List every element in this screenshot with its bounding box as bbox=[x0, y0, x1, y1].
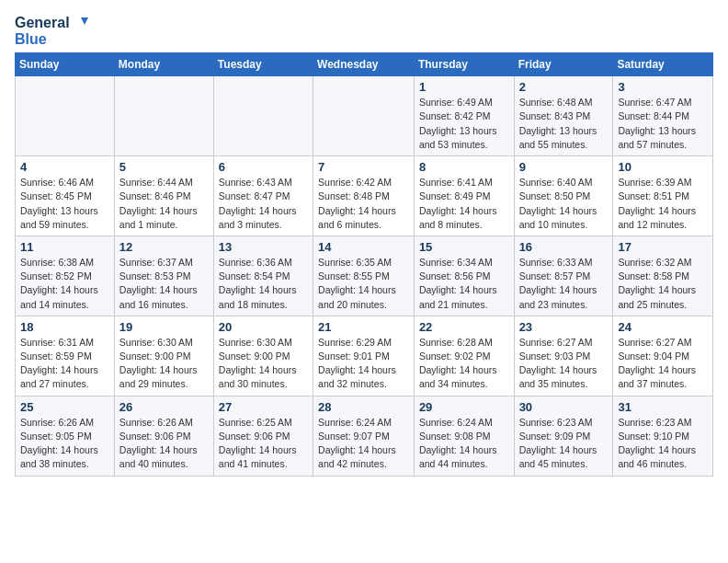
day-number: 31 bbox=[618, 400, 708, 414]
calendar-cell bbox=[213, 76, 313, 156]
day-number: 10 bbox=[618, 160, 708, 174]
day-number: 22 bbox=[419, 320, 509, 334]
svg-marker-0 bbox=[81, 17, 88, 25]
day-header-wednesday: Wednesday bbox=[313, 53, 415, 76]
week-row-2: 4Sunrise: 6:46 AM Sunset: 8:45 PM Daylig… bbox=[16, 156, 713, 236]
calendar-cell: 3Sunrise: 6:47 AM Sunset: 8:44 PM Daylig… bbox=[613, 76, 713, 156]
day-info: Sunrise: 6:48 AM Sunset: 8:43 PM Dayligh… bbox=[519, 96, 609, 152]
calendar-cell: 10Sunrise: 6:39 AM Sunset: 8:51 PM Dayli… bbox=[613, 156, 713, 236]
logo-blue: Blue bbox=[15, 31, 88, 48]
calendar-cell: 6Sunrise: 6:43 AM Sunset: 8:47 PM Daylig… bbox=[213, 156, 313, 236]
day-number: 27 bbox=[219, 400, 308, 414]
day-info: Sunrise: 6:44 AM Sunset: 8:46 PM Dayligh… bbox=[119, 176, 209, 232]
day-number: 26 bbox=[119, 400, 209, 414]
calendar-cell bbox=[16, 76, 115, 156]
calendar-cell: 23Sunrise: 6:27 AM Sunset: 9:03 PM Dayli… bbox=[514, 316, 613, 396]
day-number: 9 bbox=[519, 160, 609, 174]
day-info: Sunrise: 6:38 AM Sunset: 8:52 PM Dayligh… bbox=[20, 256, 109, 312]
day-number: 5 bbox=[119, 160, 209, 174]
day-info: Sunrise: 6:25 AM Sunset: 9:06 PM Dayligh… bbox=[219, 416, 308, 472]
calendar-cell: 11Sunrise: 6:38 AM Sunset: 8:52 PM Dayli… bbox=[16, 236, 115, 316]
day-info: Sunrise: 6:27 AM Sunset: 9:04 PM Dayligh… bbox=[618, 336, 708, 392]
week-row-5: 25Sunrise: 6:26 AM Sunset: 9:05 PM Dayli… bbox=[16, 396, 713, 476]
day-number: 1 bbox=[419, 80, 509, 94]
day-info: Sunrise: 6:30 AM Sunset: 9:00 PM Dayligh… bbox=[219, 336, 308, 392]
day-number: 16 bbox=[519, 240, 609, 254]
calendar-cell: 21Sunrise: 6:29 AM Sunset: 9:01 PM Dayli… bbox=[313, 316, 415, 396]
logo-bird-icon bbox=[72, 16, 88, 30]
calendar-cell: 17Sunrise: 6:32 AM Sunset: 8:58 PM Dayli… bbox=[613, 236, 713, 316]
day-number: 24 bbox=[618, 320, 708, 334]
calendar-cell: 27Sunrise: 6:25 AM Sunset: 9:06 PM Dayli… bbox=[213, 396, 313, 476]
calendar-cell: 7Sunrise: 6:42 AM Sunset: 8:48 PM Daylig… bbox=[313, 156, 415, 236]
logo-general: General bbox=[15, 15, 70, 31]
calendar-cell: 25Sunrise: 6:26 AM Sunset: 9:05 PM Dayli… bbox=[16, 396, 115, 476]
calendar-cell: 18Sunrise: 6:31 AM Sunset: 8:59 PM Dayli… bbox=[16, 316, 115, 396]
week-row-3: 11Sunrise: 6:38 AM Sunset: 8:52 PM Dayli… bbox=[16, 236, 713, 316]
day-number: 6 bbox=[219, 160, 308, 174]
day-info: Sunrise: 6:35 AM Sunset: 8:55 PM Dayligh… bbox=[318, 256, 409, 312]
day-info: Sunrise: 6:33 AM Sunset: 8:57 PM Dayligh… bbox=[519, 256, 609, 312]
day-number: 13 bbox=[219, 240, 308, 254]
day-info: Sunrise: 6:26 AM Sunset: 9:05 PM Dayligh… bbox=[20, 416, 109, 472]
logo: General Blue bbox=[15, 15, 88, 47]
day-info: Sunrise: 6:31 AM Sunset: 8:59 PM Dayligh… bbox=[20, 336, 109, 392]
day-info: Sunrise: 6:40 AM Sunset: 8:50 PM Dayligh… bbox=[519, 176, 609, 232]
day-info: Sunrise: 6:24 AM Sunset: 9:08 PM Dayligh… bbox=[419, 416, 509, 472]
calendar-cell: 8Sunrise: 6:41 AM Sunset: 8:49 PM Daylig… bbox=[414, 156, 514, 236]
week-row-1: 1Sunrise: 6:49 AM Sunset: 8:42 PM Daylig… bbox=[16, 76, 713, 156]
day-number: 29 bbox=[419, 400, 509, 414]
day-number: 23 bbox=[519, 320, 609, 334]
calendar-cell: 13Sunrise: 6:36 AM Sunset: 8:54 PM Dayli… bbox=[213, 236, 313, 316]
day-number: 4 bbox=[20, 160, 109, 174]
day-number: 14 bbox=[318, 240, 409, 254]
day-number: 18 bbox=[20, 320, 109, 334]
day-number: 3 bbox=[618, 80, 708, 94]
logo-text: General Blue bbox=[15, 15, 88, 47]
day-info: Sunrise: 6:23 AM Sunset: 9:10 PM Dayligh… bbox=[618, 416, 708, 472]
day-number: 20 bbox=[219, 320, 308, 334]
calendar-cell: 30Sunrise: 6:23 AM Sunset: 9:09 PM Dayli… bbox=[514, 396, 613, 476]
day-info: Sunrise: 6:34 AM Sunset: 8:56 PM Dayligh… bbox=[419, 256, 509, 312]
day-header-tuesday: Tuesday bbox=[213, 53, 313, 76]
day-info: Sunrise: 6:36 AM Sunset: 8:54 PM Dayligh… bbox=[219, 256, 308, 312]
calendar-cell: 14Sunrise: 6:35 AM Sunset: 8:55 PM Dayli… bbox=[313, 236, 415, 316]
day-number: 30 bbox=[519, 400, 609, 414]
day-info: Sunrise: 6:26 AM Sunset: 9:06 PM Dayligh… bbox=[119, 416, 209, 472]
day-info: Sunrise: 6:29 AM Sunset: 9:01 PM Dayligh… bbox=[318, 336, 409, 392]
day-header-thursday: Thursday bbox=[414, 53, 514, 76]
calendar-cell: 2Sunrise: 6:48 AM Sunset: 8:43 PM Daylig… bbox=[514, 76, 613, 156]
calendar-cell: 19Sunrise: 6:30 AM Sunset: 9:00 PM Dayli… bbox=[114, 316, 213, 396]
day-number: 15 bbox=[419, 240, 509, 254]
day-info: Sunrise: 6:41 AM Sunset: 8:49 PM Dayligh… bbox=[419, 176, 509, 232]
day-number: 19 bbox=[119, 320, 209, 334]
calendar-cell: 28Sunrise: 6:24 AM Sunset: 9:07 PM Dayli… bbox=[313, 396, 415, 476]
day-number: 7 bbox=[318, 160, 409, 174]
day-header-monday: Monday bbox=[114, 53, 213, 76]
calendar-cell: 22Sunrise: 6:28 AM Sunset: 9:02 PM Dayli… bbox=[414, 316, 514, 396]
day-number: 25 bbox=[20, 400, 109, 414]
day-header-sunday: Sunday bbox=[16, 53, 115, 76]
week-row-4: 18Sunrise: 6:31 AM Sunset: 8:59 PM Dayli… bbox=[16, 316, 713, 396]
calendar-cell: 15Sunrise: 6:34 AM Sunset: 8:56 PM Dayli… bbox=[414, 236, 514, 316]
day-info: Sunrise: 6:27 AM Sunset: 9:03 PM Dayligh… bbox=[519, 336, 609, 392]
day-info: Sunrise: 6:39 AM Sunset: 8:51 PM Dayligh… bbox=[618, 176, 708, 232]
day-number: 21 bbox=[318, 320, 409, 334]
header-row: SundayMondayTuesdayWednesdayThursdayFrid… bbox=[16, 53, 713, 76]
day-number: 2 bbox=[519, 80, 609, 94]
page-header: General Blue bbox=[15, 15, 713, 47]
day-info: Sunrise: 6:24 AM Sunset: 9:07 PM Dayligh… bbox=[318, 416, 409, 472]
day-number: 8 bbox=[419, 160, 509, 174]
day-number: 28 bbox=[318, 400, 409, 414]
day-info: Sunrise: 6:49 AM Sunset: 8:42 PM Dayligh… bbox=[419, 96, 509, 152]
day-info: Sunrise: 6:32 AM Sunset: 8:58 PM Dayligh… bbox=[618, 256, 708, 312]
day-number: 17 bbox=[618, 240, 708, 254]
calendar-cell: 16Sunrise: 6:33 AM Sunset: 8:57 PM Dayli… bbox=[514, 236, 613, 316]
day-info: Sunrise: 6:47 AM Sunset: 8:44 PM Dayligh… bbox=[618, 96, 708, 152]
calendar-cell: 12Sunrise: 6:37 AM Sunset: 8:53 PM Dayli… bbox=[114, 236, 213, 316]
calendar-cell: 9Sunrise: 6:40 AM Sunset: 8:50 PM Daylig… bbox=[514, 156, 613, 236]
calendar-cell: 1Sunrise: 6:49 AM Sunset: 8:42 PM Daylig… bbox=[414, 76, 514, 156]
calendar-cell: 31Sunrise: 6:23 AM Sunset: 9:10 PM Dayli… bbox=[613, 396, 713, 476]
day-info: Sunrise: 6:23 AM Sunset: 9:09 PM Dayligh… bbox=[519, 416, 609, 472]
calendar-cell: 29Sunrise: 6:24 AM Sunset: 9:08 PM Dayli… bbox=[414, 396, 514, 476]
